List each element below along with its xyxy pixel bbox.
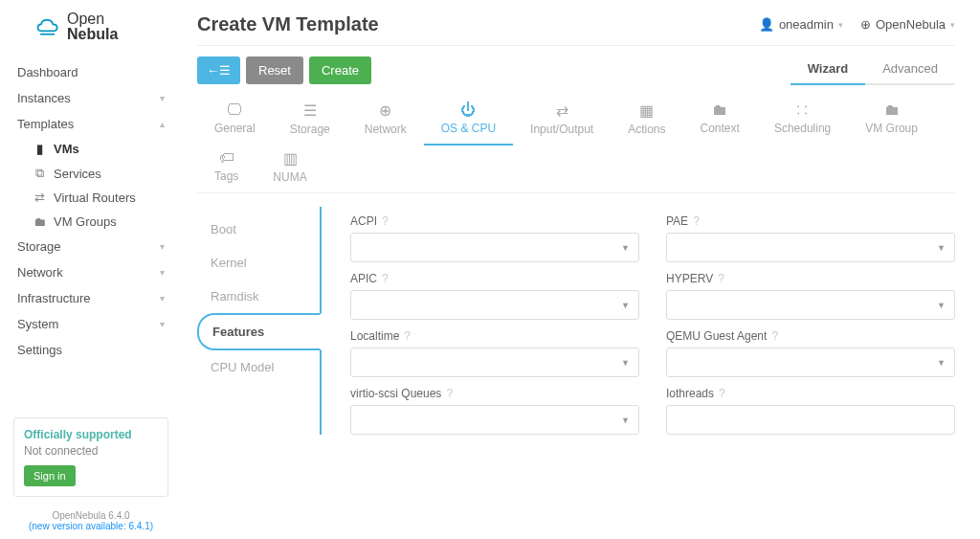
help-icon[interactable]: ?: [693, 214, 700, 228]
label-apic: APIC: [350, 272, 377, 285]
support-box: Officially supported Not connected Sign …: [13, 417, 168, 497]
nav-templates-virtual-routers[interactable]: ⇄Virtual Routers: [13, 186, 168, 210]
input-iothreads[interactable]: [666, 405, 955, 435]
nav-storage[interactable]: Storage▾: [13, 234, 168, 259]
category-tabs: 🖵General ☰Storage ⊕Network ⏻OS & CPU ⇄In…: [197, 97, 955, 193]
tab-numa[interactable]: ▥NUMA: [256, 146, 323, 193]
globe-icon: ⊕: [379, 101, 391, 120]
nav-templates-services[interactable]: ⧉Services: [13, 161, 168, 186]
cloud-icon: [34, 12, 61, 42]
label-acpi: ACPI: [350, 214, 377, 228]
subtabs: Boot Kernel Ramdisk Features CPU Model: [197, 207, 322, 435]
subtab-ramdisk[interactable]: Ramdisk: [197, 280, 320, 313]
tab-vmgroup[interactable]: 🖿VM Group: [848, 98, 935, 146]
caret-down-icon: ▾: [950, 20, 955, 30]
help-icon[interactable]: ?: [382, 214, 389, 228]
folder-icon: 🖿: [712, 101, 727, 119]
field-hyperv: HYPERV?: [666, 272, 955, 320]
tab-tags[interactable]: 🏷Tags: [197, 146, 256, 193]
field-localtime: Localtime?: [350, 329, 639, 377]
tab-os-cpu[interactable]: ⏻OS & CPU: [424, 98, 513, 146]
nav-templates[interactable]: Templates▴: [13, 111, 168, 137]
user-menu[interactable]: 👤 oneadmin ▾: [759, 17, 843, 32]
help-icon[interactable]: ?: [404, 329, 411, 343]
reset-button[interactable]: Reset: [246, 56, 303, 84]
server-icon: ☰: [303, 101, 317, 120]
back-button[interactable]: ←☰: [197, 56, 240, 84]
nav: Dashboard Instances▾ Templates▴ ▮VMs ⧉Se…: [13, 59, 168, 410]
user-icon: 👤: [759, 17, 774, 32]
nav-templates-vm-groups[interactable]: 🖿VM Groups: [13, 210, 168, 234]
tab-general[interactable]: 🖵General: [197, 98, 273, 146]
label-localtime: Localtime: [350, 329, 399, 343]
tab-advanced[interactable]: Advanced: [865, 56, 955, 85]
actions-row: ←☰ Reset Create Wizard Advanced: [197, 56, 955, 85]
folder-icon: 🖿: [33, 214, 46, 229]
select-pae[interactable]: [666, 233, 955, 262]
microchip-icon: ▥: [283, 149, 298, 168]
label-hyperv: HYPERV: [666, 272, 713, 285]
help-icon[interactable]: ?: [382, 272, 389, 285]
field-qemu-guest-agent: QEMU Guest Agent?: [666, 329, 955, 377]
tab-actions[interactable]: ▦Actions: [611, 98, 682, 146]
help-icon[interactable]: ?: [771, 329, 778, 343]
tab-scheduling[interactable]: ⸬Scheduling: [757, 98, 848, 146]
exchange-icon: ⇄: [556, 101, 568, 120]
tab-storage[interactable]: ☰Storage: [273, 98, 347, 146]
random-icon: ⇄: [33, 191, 46, 205]
subtab-features[interactable]: Features: [197, 313, 322, 350]
chevron-down-icon: ▾: [160, 267, 165, 278]
select-localtime[interactable]: [350, 348, 639, 377]
logo-text: OpenNebula: [67, 11, 118, 42]
tab-io[interactable]: ⇄Input/Output: [513, 98, 611, 146]
tab-network[interactable]: ⊕Network: [347, 98, 424, 146]
create-button[interactable]: Create: [309, 56, 371, 84]
select-hyperv[interactable]: [666, 290, 955, 320]
nav-system[interactable]: System▾: [13, 311, 168, 337]
field-acpi: ACPI?: [350, 214, 639, 262]
select-virtio-scsi-queues[interactable]: [350, 405, 639, 435]
nav-dashboard[interactable]: Dashboard: [13, 59, 168, 85]
label-virtio-scsi-queues: virtio-scsi Queues: [350, 387, 441, 400]
calendar-icon: ▦: [639, 101, 654, 120]
support-title: Officially supported: [24, 428, 158, 441]
tab-context[interactable]: 🖿Context: [683, 98, 757, 146]
select-qemu-guest-agent[interactable]: [666, 348, 955, 377]
subtab-cpumodel[interactable]: CPU Model: [197, 350, 320, 384]
field-apic: APIC?: [350, 272, 639, 320]
arrow-list-icon: ←☰: [207, 63, 231, 78]
update-link[interactable]: (new version available: 6.4.1): [29, 521, 153, 531]
select-apic[interactable]: [350, 290, 639, 320]
nav-instances[interactable]: Instances▾: [13, 85, 168, 111]
laptop-icon: 🖵: [227, 101, 242, 119]
power-icon: ⏻: [460, 101, 476, 119]
chevron-up-icon: ▴: [160, 119, 165, 129]
subtab-boot[interactable]: Boot: [197, 213, 320, 246]
chevron-down-icon: ▾: [160, 319, 165, 329]
copy-icon: ⧉: [33, 166, 46, 181]
help-icon[interactable]: ?: [718, 272, 724, 285]
folder-icon: 🖿: [884, 101, 900, 119]
label-iothreads: Iothreads: [666, 387, 714, 400]
nav-settings[interactable]: Settings: [13, 337, 168, 363]
version-text: OpenNebula 6.4.0: [13, 510, 168, 521]
file-icon: ▮: [33, 142, 46, 156]
zone-menu[interactable]: ⊕ OpenNebula ▾: [860, 17, 955, 32]
main: Create VM Template 👤 oneadmin ▾ ⊕ OpenNe…: [182, 0, 980, 539]
field-pae: PAE?: [666, 214, 955, 262]
nav-infrastructure[interactable]: Infrastructure▾: [13, 285, 168, 311]
nav-templates-vms[interactable]: ▮VMs: [13, 137, 168, 161]
chevron-down-icon: ▾: [160, 93, 165, 103]
tags-icon: 🏷: [219, 149, 234, 167]
mode-tabs: Wizard Advanced: [791, 56, 955, 85]
help-icon[interactable]: ?: [446, 387, 453, 400]
label-qemu-guest-agent: QEMU Guest Agent: [666, 329, 767, 343]
nav-network[interactable]: Network▾: [13, 259, 168, 285]
select-acpi[interactable]: [350, 233, 639, 262]
logo[interactable]: OpenNebula: [13, 11, 168, 42]
signin-button[interactable]: Sign in: [24, 465, 76, 486]
help-icon[interactable]: ?: [719, 387, 725, 400]
tab-wizard[interactable]: Wizard: [791, 56, 866, 85]
support-status: Not connected: [24, 444, 158, 458]
subtab-kernel[interactable]: Kernel: [197, 246, 320, 280]
